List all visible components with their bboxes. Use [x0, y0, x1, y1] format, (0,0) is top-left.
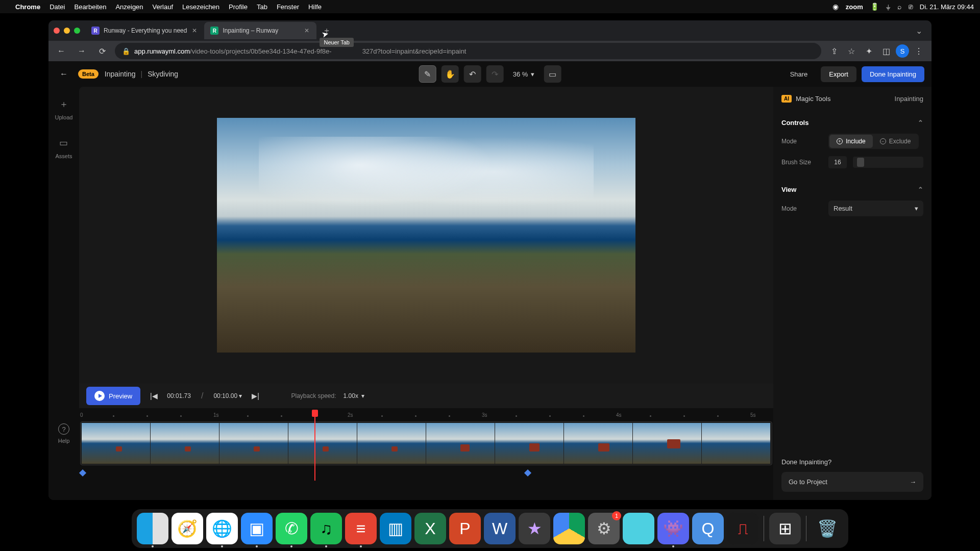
nav-forward-button[interactable]: →	[74, 43, 89, 59]
skip-end-button[interactable]: ▶|	[249, 392, 261, 400]
tab-title: Inpainting – Runway	[223, 27, 299, 34]
bookmark-star-icon[interactable]: ☆	[844, 43, 859, 59]
dock-zoom[interactable]: ▣	[241, 513, 273, 544]
maximize-window-button[interactable]	[74, 28, 80, 34]
upload-button[interactable]: ＋ Upload	[55, 97, 73, 120]
search-icon[interactable]: ⌕	[897, 3, 901, 11]
brush-size-value[interactable]: 16	[828, 156, 847, 168]
datetime[interactable]: Di. 21. März 09:44	[920, 3, 974, 11]
extensions-icon[interactable]: ✦	[861, 43, 876, 59]
share-page-icon[interactable]: ⇪	[826, 43, 842, 59]
control-center-icon[interactable]: ⎚	[909, 3, 913, 11]
time-total[interactable]: 00:10.00 ▾	[213, 392, 242, 399]
redo-button[interactable]: ↷	[486, 65, 504, 83]
done-inpainting-button[interactable]: Done Inpainting	[862, 66, 924, 82]
undo-button[interactable]: ↶	[464, 65, 481, 83]
dock-excel[interactable]: X	[414, 513, 446, 544]
zoom-dropdown[interactable]: 36 % ▾	[509, 70, 539, 78]
dock-safari[interactable]: 🧭	[172, 513, 203, 544]
view-section-header[interactable]: View ⌃	[781, 186, 923, 193]
dock-todoist[interactable]: ≡	[345, 513, 377, 544]
menu-datei[interactable]: Datei	[50, 3, 65, 11]
brush-tool-button[interactable]: ✎	[419, 65, 436, 83]
dock-app-cyan[interactable]	[623, 513, 654, 544]
chrome-menu-icon[interactable]: ⋮	[911, 43, 926, 59]
close-window-button[interactable]	[54, 28, 60, 34]
menu-profile[interactable]: Profile	[229, 3, 248, 11]
dock-powerpoint[interactable]: P	[449, 513, 481, 544]
menu-tab[interactable]: Tab	[257, 3, 267, 11]
menu-hilfe[interactable]: Hilfe	[308, 3, 322, 11]
battery-icon[interactable]: 🔋	[870, 3, 879, 11]
dock-finder[interactable]	[137, 513, 168, 544]
dock-calculator[interactable]: ⊞	[769, 513, 801, 544]
playhead[interactable]	[314, 411, 315, 481]
help-button[interactable]: ? Help	[58, 423, 70, 444]
nav-reload-button[interactable]: ⟳	[94, 43, 110, 59]
dock-settings[interactable]: ⚙1	[588, 513, 620, 544]
keyframe-track[interactable]	[79, 465, 773, 481]
dock-trello[interactable]: ▥	[380, 513, 411, 544]
tab-runway-home[interactable]: R Runway - Everything you need ✕	[85, 22, 204, 39]
dock-voice-memos[interactable]: ⎍	[727, 513, 758, 544]
video-clip-track[interactable]	[80, 421, 772, 465]
close-tab-icon[interactable]: ✕	[303, 27, 310, 34]
menu-fenster[interactable]: Fenster	[277, 3, 299, 11]
skip-start-button[interactable]: |◀	[148, 392, 160, 400]
keyframe-marker[interactable]	[524, 469, 531, 477]
address-bar[interactable]: 🔒 app.runwayml.com/video-tools/projects/…	[115, 43, 821, 59]
preview-button[interactable]: Preview	[86, 387, 140, 405]
profile-avatar[interactable]: S	[896, 44, 909, 58]
minimize-window-button[interactable]	[64, 28, 70, 34]
sidepanel-icon[interactable]: ◫	[878, 43, 894, 59]
dock-chrome[interactable]: 🌐	[206, 513, 238, 544]
timeline-ruler[interactable]: 0 1s 2s 3s 4s 5s	[79, 411, 773, 421]
dock-drive[interactable]	[553, 513, 585, 544]
speed-dropdown[interactable]: 1.00x ▾	[344, 392, 364, 399]
tab-inpainting[interactable]: R Inpainting – Runway ✕	[204, 22, 316, 39]
zoom-status[interactable]: zoom	[846, 3, 863, 11]
export-button[interactable]: Export	[821, 66, 856, 82]
url-path: /video-tools/projects/0b5ee34d-134e-47ed…	[190, 47, 332, 55]
settings-badge: 1	[612, 511, 621, 520]
slider-thumb[interactable]	[857, 158, 864, 167]
include-mode-button[interactable]: + Include	[829, 135, 873, 148]
dock-whatsapp[interactable]: ✆	[276, 513, 307, 544]
magic-tools-label[interactable]: Magic Tools	[796, 95, 830, 103]
breadcrumb-project[interactable]: Skydiving	[148, 70, 178, 78]
controls-section-header[interactable]: Controls ⌃	[781, 119, 923, 127]
dock-discord[interactable]: 👾	[657, 513, 689, 544]
play-icon	[94, 391, 105, 401]
dock-imovie[interactable]: ★	[519, 513, 550, 544]
record-icon[interactable]: ◉	[832, 3, 839, 11]
chevron-down-icon: ▾	[915, 205, 918, 212]
dock-spotify[interactable]: ♫	[310, 513, 342, 544]
share-button[interactable]: Share	[782, 66, 816, 82]
view-mode-dropdown[interactable]: Result ▾	[828, 201, 923, 216]
wifi-icon[interactable]: ⏚	[886, 3, 890, 11]
folder-icon: ▭	[57, 136, 71, 150]
breadcrumb-tool[interactable]: Inpainting	[105, 70, 136, 78]
new-tab-button[interactable]: ＋ ➤ Neuer Tab	[320, 23, 334, 38]
dock-trash[interactable]: 🗑️	[812, 513, 843, 544]
brush-size-slider[interactable]	[853, 157, 923, 168]
preview-viewport[interactable]	[79, 87, 773, 384]
playhead-handle[interactable]	[312, 410, 318, 417]
menu-anzeigen[interactable]: Anzeigen	[115, 3, 143, 11]
hand-tool-button[interactable]: ✋	[442, 65, 459, 83]
menubar-app-name[interactable]: Chrome	[15, 3, 40, 11]
close-tab-icon[interactable]: ✕	[191, 27, 198, 34]
app-back-button[interactable]: ←	[56, 66, 72, 82]
menu-bearbeiten[interactable]: Bearbeiten	[74, 3, 106, 11]
menu-lesezeichen[interactable]: Lesezeichen	[182, 3, 219, 11]
fit-view-button[interactable]: ▭	[544, 65, 561, 83]
keyframe-marker[interactable]	[79, 469, 86, 477]
menu-verlauf[interactable]: Verlauf	[153, 3, 173, 11]
assets-button[interactable]: ▭ Assets	[55, 136, 72, 159]
go-to-project-button[interactable]: Go to Project →	[781, 472, 923, 492]
tabs-overflow-icon[interactable]: ⌄	[912, 26, 926, 36]
dock-quicktime[interactable]: Q	[692, 513, 724, 544]
exclude-mode-button[interactable]: − Exclude	[873, 135, 918, 148]
nav-back-button[interactable]: ←	[54, 43, 69, 59]
dock-word[interactable]: W	[484, 513, 516, 544]
